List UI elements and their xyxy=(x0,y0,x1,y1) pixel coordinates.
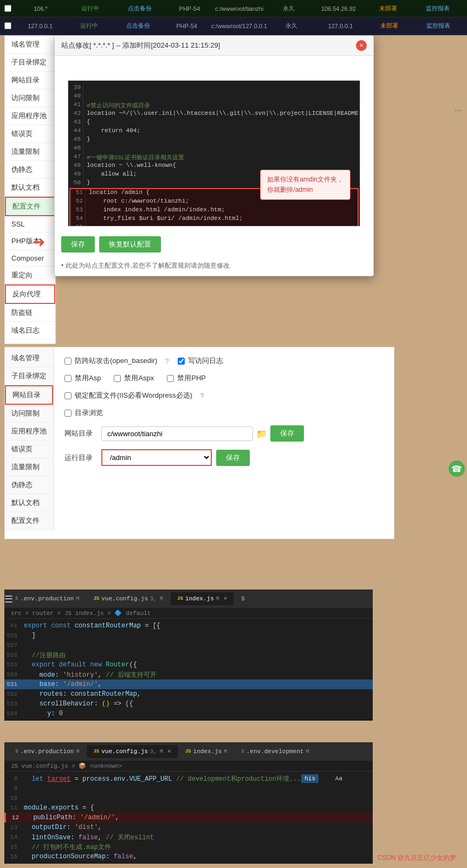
disable-aspx-checkbox[interactable] xyxy=(114,375,121,382)
row2-path: c:/wwwroot/127.0.0.1 xyxy=(211,23,267,29)
sidebar-item-apppool[interactable]: 应用程序池 xyxy=(5,107,55,125)
row1-action[interactable]: 点击备份 xyxy=(115,4,165,12)
sidebar-item-composer[interactable]: Composer xyxy=(5,250,55,267)
sidebar2-sitedir[interactable]: 网站目录 xyxy=(5,385,53,405)
disable-aspx-label: 禁用Aspx xyxy=(124,373,154,383)
tab2-env-production[interactable]: $ .env.production M xyxy=(9,745,86,758)
tab2-index-js[interactable]: JS index.js M xyxy=(179,745,234,758)
js-badge2-indexjs: JS xyxy=(185,749,191,754)
sidebar2-errorpage[interactable]: 错误页 xyxy=(5,441,53,458)
lock-config-question-icon[interactable]: ? xyxy=(200,392,204,400)
sidebar-item-ssl[interactable]: SSL xyxy=(5,216,55,232)
tab2-env-development[interactable]: $ .env.development M xyxy=(235,745,315,758)
search-case-label[interactable]: Aa xyxy=(335,775,342,782)
lock-config-checkbox[interactable] xyxy=(64,392,72,399)
dir-browse-checkbox[interactable] xyxy=(64,410,72,417)
row1-btn[interactable]: 监控报表 xyxy=(413,4,463,12)
sidebar2-access[interactable]: 访问限制 xyxy=(5,405,53,423)
sidebar-item-access[interactable]: 访问限制 xyxy=(5,89,55,107)
vscode2-line-14: 14 lintOnSave: false, // 关闭eslint xyxy=(4,832,373,842)
sidebar-item-subdir[interactable]: 子目录绑定 xyxy=(5,54,55,72)
save-button[interactable]: 保存 xyxy=(61,236,95,252)
sidebar2-subdir[interactable]: 子目录绑定 xyxy=(5,367,53,385)
vscode2-line-15: 15 // 打包时不生成.map文件 xyxy=(4,842,373,852)
hamburger-menu[interactable]: ☰ xyxy=(4,593,13,605)
restore-default-button[interactable]: 恢复默认配置 xyxy=(99,236,161,252)
vscode2-line-13: 13 outputDir: 'dist', xyxy=(4,822,373,832)
running-dir-save-button[interactable]: 保存 xyxy=(216,450,250,466)
site-dir-input[interactable] xyxy=(101,426,253,441)
write-log-checkbox[interactable] xyxy=(178,358,185,365)
tab-env-production[interactable]: $ .env.production M xyxy=(9,592,86,605)
vscode1-line-528: 528 //注册路由 xyxy=(4,650,373,660)
sidebar2-apppool[interactable]: 应用程序池 xyxy=(5,423,53,441)
code-line-40: 40 xyxy=(68,93,360,101)
write-log-label: 写访问日志 xyxy=(188,356,223,366)
sidebar2-traffic[interactable]: 流量限制 xyxy=(5,458,53,476)
lock-config-label: 锁定配置文件(IIS必看Wordpress必选) xyxy=(75,391,192,400)
vscode1-line-526: 526 ] xyxy=(4,631,373,640)
row2-php: PHP-54 xyxy=(163,23,211,29)
sidebar-item-redirect[interactable]: 重定向 xyxy=(5,267,55,284)
row2-action[interactable]: 点击备份 xyxy=(113,22,162,30)
sidebar2-pseudo[interactable]: 伪静态 xyxy=(5,476,53,494)
dir-browse-wrap: 目录浏览 xyxy=(64,408,107,418)
prevent-crosssite-checkbox[interactable] xyxy=(64,358,72,365)
sidebar-item-errorpage[interactable]: 错误页 xyxy=(5,125,55,143)
folder-icon[interactable]: 📁 xyxy=(256,429,267,439)
lock-config-wrap: 锁定配置文件(IIS必看Wordpress必选) ? xyxy=(64,391,204,400)
vscode1-line-532: 532 routes: constantRouterMap, xyxy=(4,689,373,699)
row2-btn[interactable]: 监控报表 xyxy=(414,22,463,30)
env-badge-dev: $ xyxy=(241,749,244,754)
brand-text: CSDN @九京五亿少女的梦 xyxy=(377,854,456,861)
form-row-runningdir: 运行目录 /admin / 保存 xyxy=(64,449,383,466)
sidebar-item-phpver[interactable]: PHP版本 xyxy=(5,232,55,250)
vscode-tabs-1: $ .env.production M JS vue.config.js 3, … xyxy=(4,590,373,608)
row1-checkbox[interactable] xyxy=(4,5,11,12)
panel-website-dir: 域名管理 子目录绑定 网站目录 访问限制 应用程序池 错误页 流量限制 伪静态 … xyxy=(4,347,394,539)
tab-extra-label: S xyxy=(241,595,245,602)
vscode1-line-41: 41 export const constantRouterMap = [{ xyxy=(4,621,373,631)
vscode1-line-531: 531 base: '/admin/', xyxy=(4,679,373,689)
tab-extra[interactable]: S xyxy=(235,592,251,605)
disable-php-checkbox[interactable] xyxy=(167,375,174,382)
three-dots-menu[interactable]: ··· xyxy=(455,106,462,115)
disable-asp-checkbox[interactable] xyxy=(64,375,72,382)
feedback-icon[interactable]: ☎ xyxy=(449,461,465,477)
js-badge2-vueconfig: JS xyxy=(93,749,99,754)
tab-index-js-close[interactable]: × xyxy=(224,595,228,602)
prevent-crosssite-wrap: 防跨站攻击(open_basedir) ? xyxy=(64,356,169,366)
vscode2-line-12: 12 publicPath: '/admin/', xyxy=(4,813,373,822)
row2-checkbox[interactable] xyxy=(4,22,11,29)
running-dir-select[interactable]: /admin / xyxy=(102,450,211,465)
search-result-his: his xyxy=(301,774,319,783)
sidebar-item-domainlog[interactable]: 域名日志 xyxy=(5,322,55,340)
vscode2-line-9: 9 xyxy=(4,783,373,793)
code-line-55: 55 xyxy=(70,224,358,226)
sidebar-item-pseudo[interactable]: 伪静态 xyxy=(5,161,55,179)
question-icon[interactable]: ? xyxy=(165,357,168,365)
sidebar-item-traffic[interactable]: 流量限制 xyxy=(5,143,55,161)
sidebar2-domain[interactable]: 域名管理 xyxy=(5,349,53,367)
sidebar-item-hotlink[interactable]: 防盗链 xyxy=(5,304,55,322)
tab2-vue-config[interactable]: JS vue.config.js 3, M × xyxy=(87,745,177,758)
tab-vue-config[interactable]: JS vue.config.js 3, M xyxy=(87,592,170,605)
tab2-index-js-label: index.js xyxy=(193,748,222,755)
sidebar-item-sitedir[interactable]: 网站目录 xyxy=(5,72,55,89)
sidebar-item-config[interactable]: 配置文件 xyxy=(5,197,55,216)
tab2-env-production-label: .env.production xyxy=(20,748,74,755)
write-log-wrap: 写访问日志 xyxy=(178,356,228,366)
site-dir-save-button[interactable]: 保存 xyxy=(270,425,304,442)
sidebar-item-defaultdoc[interactable]: 默认文档 xyxy=(5,179,55,197)
tab-index-js[interactable]: JS index.js M × xyxy=(171,592,234,605)
tab2-vue-config-close[interactable]: × xyxy=(167,748,171,755)
sidebar2-defaultdoc[interactable]: 默认文档 xyxy=(5,494,53,512)
close-button[interactable]: × xyxy=(356,40,367,51)
code-line-42: 42location ~^/(\\.user.ini|\\.htaccess|\… xyxy=(68,110,360,119)
sidebar-item-proxy[interactable]: 反向代理 xyxy=(5,284,55,304)
js-badge-vueconfig: JS xyxy=(93,596,99,601)
disable-aspx-wrap: 禁用Aspx xyxy=(114,373,158,383)
sidebar-item-domain[interactable]: 域名管理 xyxy=(5,36,55,54)
sidebar2-config[interactable]: 配置文件 xyxy=(5,512,53,530)
row1-path: c:/wwwroot/tianzhi xyxy=(215,5,264,12)
